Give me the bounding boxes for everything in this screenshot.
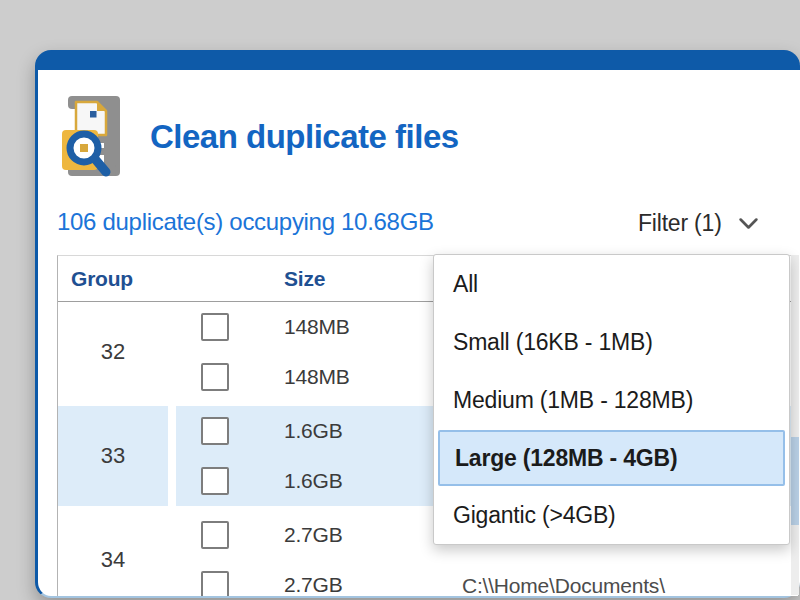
file-size: 2.7GB bbox=[284, 510, 343, 560]
column-divider bbox=[168, 302, 176, 402]
file-size: 148MB bbox=[284, 302, 350, 352]
file-checkbox[interactable] bbox=[201, 313, 229, 341]
file-size: 1.6GB bbox=[284, 456, 343, 506]
filter-label: Filter (1) bbox=[638, 210, 722, 237]
filter-menu: All Small (16KB - 1MB) Medium (1MB - 128… bbox=[433, 254, 790, 545]
duplicate-file-search-icon bbox=[58, 90, 138, 182]
group-number-cell: 32 bbox=[58, 302, 168, 402]
filter-option-small[interactable]: Small (16KB - 1MB) bbox=[434, 313, 789, 371]
file-checkbox[interactable] bbox=[201, 363, 229, 391]
filter-option-all[interactable]: All bbox=[434, 255, 789, 313]
filter-option-large[interactable]: Large (128MB - 4GB) bbox=[438, 430, 785, 486]
column-header-size: Size bbox=[284, 256, 325, 302]
page-title: Clean duplicate files bbox=[150, 118, 459, 156]
file-checkbox[interactable] bbox=[201, 571, 229, 596]
file-path: C:\\Home\Documents\ bbox=[462, 560, 665, 596]
group-number-cell: 34 bbox=[58, 510, 168, 596]
file-size: 2.7GB bbox=[284, 560, 343, 596]
file-checkbox[interactable] bbox=[201, 521, 229, 549]
table-scrollbar[interactable] bbox=[791, 255, 799, 595]
duplicates-summary: 106 duplicate(s) occupying 10.68GB bbox=[57, 208, 434, 236]
file-size: 148MB bbox=[284, 352, 350, 402]
chevron-down-icon bbox=[735, 210, 762, 237]
filter-button[interactable]: Filter (1) bbox=[638, 208, 762, 238]
scrollbar-thumb[interactable] bbox=[791, 437, 799, 525]
group-number-cell: 33 bbox=[58, 406, 168, 506]
column-divider bbox=[168, 406, 176, 506]
column-divider bbox=[168, 510, 176, 596]
file-size: 1.6GB bbox=[284, 406, 343, 456]
file-checkbox[interactable] bbox=[201, 467, 229, 495]
file-checkbox[interactable] bbox=[201, 417, 229, 445]
column-header-group: Group bbox=[71, 256, 133, 302]
file-row[interactable]: 2.7GB C:\\Home\Documents\ bbox=[176, 560, 798, 596]
filter-option-gigantic[interactable]: Gigantic (>4GB) bbox=[434, 486, 789, 544]
filter-option-medium[interactable]: Medium (1MB - 128MB) bbox=[434, 371, 789, 429]
